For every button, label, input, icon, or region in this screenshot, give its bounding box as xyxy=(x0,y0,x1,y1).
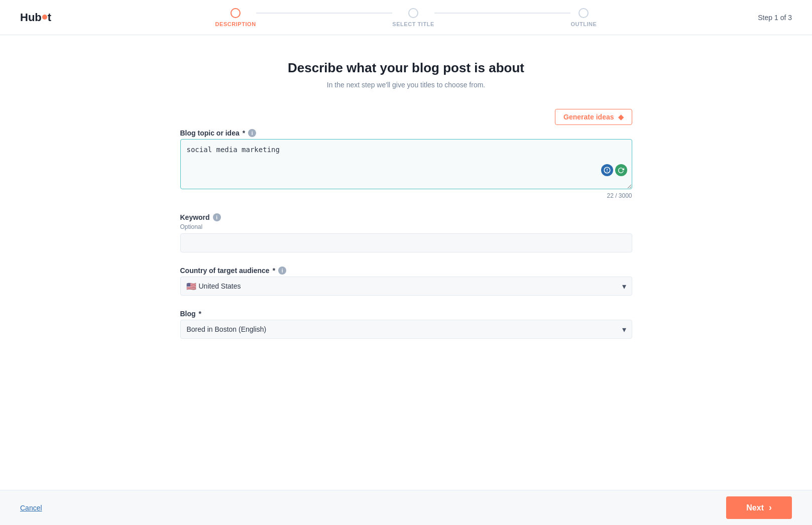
logo-dot xyxy=(42,15,47,20)
step-circle-select-title xyxy=(408,8,418,18)
required-star-country: * xyxy=(273,267,275,275)
page-title: Describe what your blog post is about xyxy=(288,60,524,76)
blog-select[interactable]: Bored in Boston (English) Other Blog xyxy=(180,320,632,339)
diamond-icon: ◆ xyxy=(618,113,624,121)
hubspot-logo: Hubt xyxy=(20,11,51,24)
blog-topic-field-group: Blog topic or idea * i social media mark… xyxy=(180,129,632,199)
keyword-input[interactable] xyxy=(180,233,632,252)
step-select-title: SELECT TITLE xyxy=(392,8,434,27)
textarea-icons xyxy=(601,164,627,176)
step-connector-1 xyxy=(256,13,393,14)
blog-field-group: Blog * Bored in Boston (English) Other B… xyxy=(180,310,632,339)
step-label-select-title: SELECT TITLE xyxy=(392,21,434,27)
step-circle-description xyxy=(230,8,241,18)
logo-text-spot: t xyxy=(48,11,51,24)
step-description: DESCRIPTION xyxy=(215,8,256,27)
blog-label: Blog * xyxy=(180,310,632,318)
blog-topic-label: Blog topic or idea * i xyxy=(180,129,632,137)
next-label: Next xyxy=(746,503,764,512)
step-circle-outline xyxy=(578,8,589,18)
logo-text-hub: Hub xyxy=(20,11,42,24)
country-select-wrapper: 🇺🇸 United States United Kingdom Canada A… xyxy=(180,277,632,296)
keyword-optional-label: Optional xyxy=(180,223,632,230)
blog-topic-textarea-wrapper: social media marketing xyxy=(180,139,632,191)
step-outline: OUTLINE xyxy=(570,8,597,27)
footer: Cancel Next › xyxy=(0,490,812,525)
header: Hubt DESCRIPTION SELECT TITLE OUTLINE St… xyxy=(0,0,812,35)
step-info: Step 1 of 3 xyxy=(758,14,792,22)
blog-topic-textarea[interactable]: social media marketing xyxy=(180,139,632,189)
required-star-blog: * xyxy=(199,310,201,318)
keyword-info-icon[interactable]: i xyxy=(213,213,221,221)
step-label-description: DESCRIPTION xyxy=(215,21,256,27)
step-connector-2 xyxy=(434,13,571,14)
next-arrow-icon: › xyxy=(769,502,772,513)
generate-ideas-label: Generate ideas xyxy=(563,113,614,121)
keyword-field-group: Keyword i Optional xyxy=(180,213,632,252)
generate-row: Generate ideas ◆ xyxy=(180,109,632,125)
country-info-icon[interactable]: i xyxy=(278,267,286,275)
page-subtitle: In the next step we'll give you titles t… xyxy=(327,81,486,89)
cancel-button[interactable]: Cancel xyxy=(20,504,42,512)
country-select[interactable]: United States United Kingdom Canada Aust… xyxy=(180,277,632,296)
step-label-outline: OUTLINE xyxy=(570,21,597,27)
form-container: Generate ideas ◆ Blog topic or idea * i … xyxy=(180,109,632,353)
generate-ideas-button[interactable]: Generate ideas ◆ xyxy=(555,109,632,125)
progress-bar: DESCRIPTION SELECT TITLE OUTLINE xyxy=(205,8,607,27)
country-label: Country of target audience * i xyxy=(180,267,632,275)
country-field-group: Country of target audience * i 🇺🇸 United… xyxy=(180,267,632,296)
blog-topic-info-icon[interactable]: i xyxy=(248,129,256,137)
ai-pin-icon[interactable] xyxy=(601,164,613,176)
char-count: 22 / 3000 xyxy=(180,192,632,199)
country-flag: 🇺🇸 xyxy=(186,282,196,291)
required-star-topic: * xyxy=(243,129,245,137)
ai-refresh-icon[interactable] xyxy=(615,164,627,176)
next-button[interactable]: Next › xyxy=(726,496,792,519)
main-content: Describe what your blog post is about In… xyxy=(0,35,812,490)
blog-select-wrapper: Bored in Boston (English) Other Blog ▾ xyxy=(180,320,632,339)
keyword-label: Keyword i xyxy=(180,213,632,221)
